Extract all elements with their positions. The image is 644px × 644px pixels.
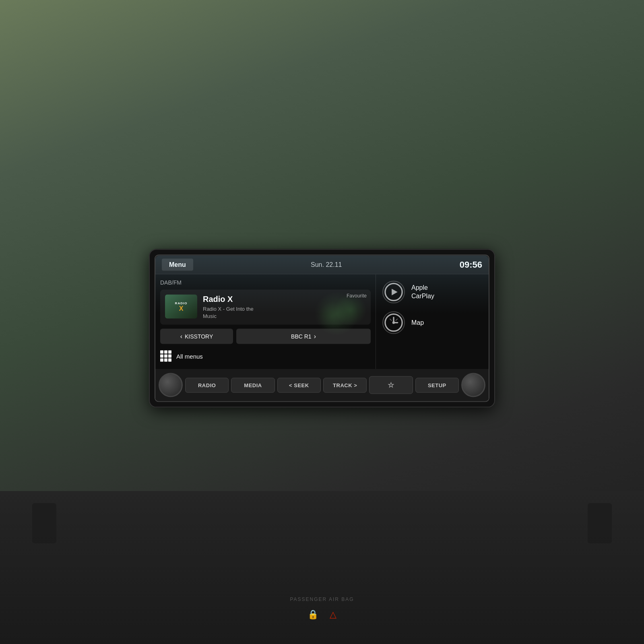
station-name: Radio X — [203, 295, 366, 304]
svg-line-6 — [390, 319, 392, 321]
right-vent — [588, 503, 612, 543]
next-arrow-icon: › — [314, 333, 316, 340]
media-button[interactable]: MEDIA — [231, 378, 275, 392]
bottom-dashboard: PASSENGER AIR BAG 🔒 △ — [0, 491, 644, 644]
svg-line-7 — [396, 319, 398, 321]
console-unit: Menu Sun. 22.11 09:56 DAB/FM — [149, 249, 495, 408]
dash-icons-row: 🔒 △ — [308, 609, 336, 620]
prev-arrow-icon: ‹ — [180, 333, 182, 340]
physical-buttons-row: RADIO MEDIA < SEEK TRACK > ☆ SETUP — [155, 369, 489, 401]
right-panel: Apple CarPlay — [376, 275, 489, 369]
hazard-icon[interactable]: △ — [330, 609, 336, 620]
screen: Menu Sun. 22.11 09:56 DAB/FM — [155, 255, 489, 402]
grid-icon — [160, 351, 171, 362]
lock-icon: 🔒 — [308, 609, 318, 620]
main-content: DAB/FM RADIO X — [155, 275, 489, 369]
prev-station-button[interactable]: ‹ KISSTORY — [160, 329, 233, 344]
all-menus-button[interactable]: All menus — [160, 348, 203, 364]
station-info: Radio X Radio X - Get Into the Music — [203, 295, 366, 320]
airbag-area: PASSENGER AIR BAG 🔒 △ — [290, 596, 354, 620]
all-menus-label: All menus — [176, 353, 203, 359]
right-knob[interactable] — [461, 373, 485, 397]
map-icon — [382, 312, 405, 334]
left-vent — [32, 503, 56, 543]
passenger-airbag-label: PASSENGER AIR BAG — [290, 596, 354, 603]
svg-point-5 — [392, 321, 395, 324]
logo-x: X — [179, 305, 184, 312]
apple-carplay-icon — [382, 281, 405, 303]
seek-button[interactable]: < SEEK — [277, 378, 321, 392]
station-logo: RADIO X — [165, 295, 197, 319]
station-nav-buttons: ‹ KISSTORY BBC R1 › — [160, 329, 371, 344]
setup-button[interactable]: SETUP — [415, 378, 459, 392]
next-station-label: BBC R1 — [291, 333, 312, 340]
car-interior-scene: Menu Sun. 22.11 09:56 DAB/FM — [0, 0, 644, 644]
map-label: Map — [411, 318, 424, 327]
apple-carplay-item[interactable]: Apple CarPlay — [382, 281, 482, 303]
station-description: Radio X - Get Into the Music — [203, 305, 366, 320]
map-item[interactable]: Map — [382, 312, 482, 334]
logo-text: RADIO — [175, 301, 188, 305]
panel-title: DAB/FM — [160, 279, 371, 286]
apple-carplay-label: Apple CarPlay — [411, 284, 434, 301]
infotainment-screen: Menu Sun. 22.11 09:56 DAB/FM — [155, 256, 489, 401]
station-card: RADIO X Radio X Radio X - Get Into the M… — [160, 290, 371, 325]
top-bar: Menu Sun. 22.11 09:56 — [155, 256, 489, 275]
next-station-button[interactable]: BBC R1 › — [236, 329, 371, 344]
left-knob[interactable] — [159, 373, 183, 397]
prev-station-label: KISSTORY — [185, 333, 213, 340]
left-panel: DAB/FM RADIO X — [155, 275, 376, 369]
svg-marker-1 — [392, 289, 398, 295]
menu-button[interactable]: Menu — [162, 259, 193, 271]
track-button[interactable]: TRACK > — [323, 378, 367, 392]
favourite-label: Favourite — [347, 293, 367, 299]
date-display: Sun. 22.11 — [201, 261, 452, 268]
favourite-button[interactable]: ☆ — [369, 376, 413, 394]
radio-button[interactable]: RADIO — [185, 378, 229, 392]
time-display: 09:56 — [460, 260, 482, 270]
